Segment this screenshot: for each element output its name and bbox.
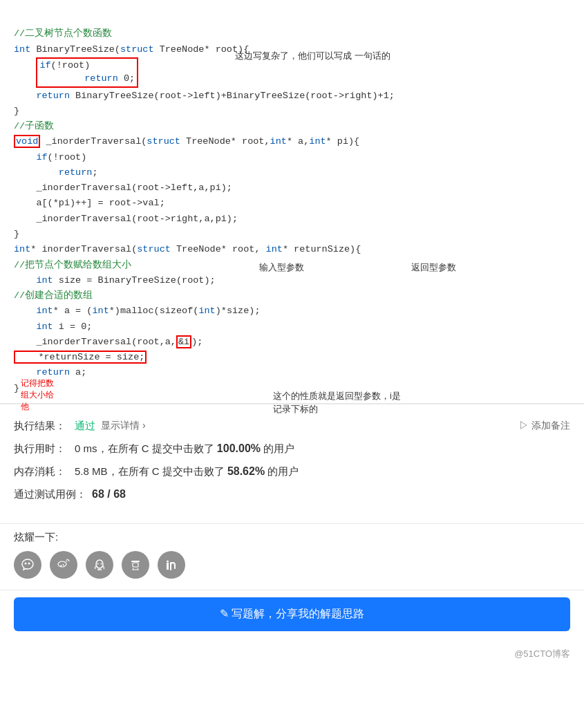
svg-rect-8 (133, 563, 138, 567)
qq-share-button[interactable] (86, 551, 113, 579)
test-label: 通过测试用例： (14, 488, 86, 501)
comment-binarytree: //二叉树节点个数函数 (14, 28, 112, 39)
svg-point-0 (25, 562, 27, 564)
if-box: if(!root) return 0; (36, 57, 138, 88)
divider-2 (0, 590, 584, 590)
svg-rect-7 (131, 561, 140, 562)
svg-point-1 (28, 562, 30, 564)
results-section: 执行结果： 通过 显示详情 › ▷ 添加备注 执行用时： 0 ms，在所有 C … (0, 407, 584, 524)
weibo-share-button[interactable] (50, 551, 77, 579)
write-solution-button[interactable]: ✎ 写题解，分享我的解题思路 (14, 597, 570, 631)
return-size-box: *returnSize = size; (14, 351, 147, 364)
time-value: 0 ms，在所有 C 提交中击败了 100.00% 的用户 (75, 442, 294, 456)
memory-label: 内存消耗： (14, 465, 69, 478)
linkedin-share-button[interactable] (158, 551, 185, 579)
show-detail-link[interactable]: 显示详情 › (101, 420, 146, 432)
comment-subfunc: //子函数 (14, 121, 54, 131)
kw-int: int (14, 44, 30, 55)
annotation-input-param: 输入型参数 (259, 261, 304, 274)
svg-point-10 (167, 560, 169, 562)
code-block: //二叉树节点个数函数 int BinaryTreeSize(struct Tr… (14, 11, 570, 396)
svg-rect-9 (167, 563, 169, 570)
void-keyword-box: void (14, 135, 40, 148)
execution-time-row: 执行用时： 0 ms，在所有 C 提交中击败了 100.00% 的用户 (14, 442, 570, 456)
svg-point-5 (97, 563, 99, 564)
svg-point-4 (96, 560, 103, 568)
memory-value: 5.8 MB，在所有 C 提交中击败了 58.62% 的用户 (75, 465, 299, 478)
execution-label: 执行结果： (14, 420, 69, 433)
svg-point-3 (63, 564, 64, 566)
code-section: //二叉树节点个数函数 int BinaryTreeSize(struct Tr… (0, 0, 584, 404)
wechat-share-button[interactable] (14, 551, 41, 579)
svg-point-6 (101, 563, 102, 564)
amp-i-box: &i (176, 335, 191, 348)
code-wrapper: //二叉树节点个数函数 int BinaryTreeSize(struct Tr… (14, 11, 570, 396)
memory-row: 内存消耗： 5.8 MB，在所有 C 提交中击败了 58.62% 的用户 (14, 465, 570, 478)
add-note-button[interactable]: ▷ 添加备注 (519, 420, 570, 432)
annotation-this-nature: 这个的性质就是返回型参数，i是 记录下标的 (273, 390, 401, 416)
pass-badge: 通过 (75, 420, 95, 433)
test-value: 68 / 68 (92, 488, 126, 501)
test-case-row: 通过测试用例： 68 / 68 (14, 488, 570, 501)
footer-brand: @51CTO博客 (0, 642, 584, 666)
share-icons-container (14, 551, 570, 579)
share-label: 炫耀一下: (14, 531, 570, 544)
annotation-remember: 记得把数 组大小给 他 (21, 377, 54, 412)
time-label: 执行用时： (14, 442, 69, 456)
douban-share-button[interactable] (122, 551, 149, 579)
share-section: 炫耀一下: (0, 524, 584, 590)
execution-result-row: 执行结果： 通过 显示详情 › ▷ 添加备注 (14, 420, 570, 433)
annotation-return-param: 返回型参数 (411, 261, 456, 274)
svg-point-2 (61, 565, 62, 566)
annotation-simplify: 这边写复杂了，他们可以写成 一句话的 (235, 50, 390, 62)
